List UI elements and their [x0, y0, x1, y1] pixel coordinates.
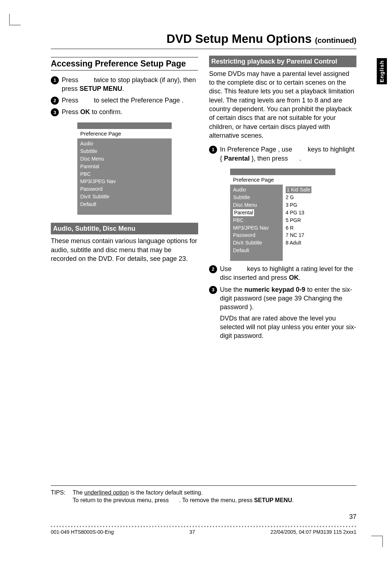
step-3: 3 Use the numeric keypad 0-9 to enter th… — [209, 285, 356, 340]
right-column: Restricting playback by Parental Control… — [209, 56, 356, 343]
left-column: Accessing Preference Setup Page 1 Press … — [51, 56, 198, 343]
step-1: 1 In Preference Page , use keys to highl… — [209, 145, 356, 163]
right-arrow-icon — [80, 96, 92, 104]
menu-title: Preference Page — [77, 129, 172, 138]
menu-items: Audio Subtitle Disc Menu Parental PBC MP… — [77, 138, 127, 215]
step-text: Press OK to confirm. — [62, 108, 198, 116]
step-2: 2 Press to select the Preference Page . — [51, 96, 198, 105]
print-footer: 001-049 HTS8000S-00-Eng 37 22/04/2005, 0… — [51, 526, 356, 536]
step-3: 3 Press OK to confirm. — [51, 108, 198, 116]
footer-right: 22/04/2005, 04:07 PM3139 115 2xxx1 — [270, 529, 356, 536]
step-1: 1 Press twice to stop playback (if any),… — [51, 76, 198, 93]
step-number: 2 — [51, 97, 59, 105]
step-text: Use keys to highlight a rating level for… — [220, 265, 356, 282]
footer-left: 001-049 HTS8000S-00-Eng — [51, 529, 114, 536]
tips-text: The underlined option is the factory def… — [73, 489, 294, 504]
parental-menu-screenshot: Preference Page Audio Subtitle Disc Menu… — [230, 169, 335, 261]
menu-items-right: 1 Kid Safe 2 G 3 PG 4 PG 13 5 PGR 6 R 7 … — [283, 185, 335, 261]
section-heading: Accessing Preference Setup Page — [51, 57, 198, 70]
step-number: 3 — [209, 286, 217, 294]
page-number: 37 — [349, 512, 356, 521]
step-2: 2 Use keys to highlight a rating level f… — [209, 265, 356, 282]
left-arrow-icon — [170, 497, 177, 504]
step-text: In Preference Page , use keys to highlig… — [220, 145, 356, 163]
updown-arrow-icon — [233, 265, 245, 273]
language-tab: English — [377, 58, 387, 84]
step-number: 1 — [209, 146, 217, 154]
paragraph: Some DVDs may have a parental level assi… — [209, 69, 356, 140]
tips-footer: TIPS: The underlined option is the facto… — [51, 485, 356, 504]
step-note: DVDs that are rated above the level you … — [220, 314, 356, 340]
title-main: DVD Setup Menu Options — [167, 32, 312, 45]
stop-icon — [80, 76, 92, 84]
crop-mark-tl — [9, 14, 21, 25]
subsection-heading: Audio, Subtitle, Disc Menu — [51, 223, 198, 234]
subsection-heading: Restricting playback by Parental Control — [209, 56, 356, 67]
preference-menu-screenshot: Preference Page Audio Subtitle Disc Menu… — [77, 122, 172, 215]
crop-mark-br — [371, 536, 383, 547]
right-arrow-icon — [290, 154, 298, 162]
title-suffix: (continued) — [315, 36, 356, 44]
step-number: 3 — [51, 108, 59, 116]
menu-items-left: Audio Subtitle Disc Menu Parental PBC MP… — [230, 185, 283, 261]
updown-arrow-icon — [294, 145, 306, 153]
paragraph: These menus contain various language opt… — [51, 237, 198, 263]
step-text: Use the numeric keypad 0-9 to enter the … — [220, 285, 356, 340]
step-text: Press to select the Preference Page . — [62, 96, 198, 105]
step-number: 1 — [51, 76, 59, 84]
menu-title: Preference Page — [230, 175, 335, 185]
step-number: 2 — [209, 265, 217, 273]
step-text: Press twice to stop playback (if any), t… — [62, 76, 198, 93]
page-title: DVD Setup Menu Options (continued) — [51, 31, 356, 49]
footer-mid: 37 — [189, 529, 195, 536]
tips-label: TIPS: — [51, 489, 73, 504]
